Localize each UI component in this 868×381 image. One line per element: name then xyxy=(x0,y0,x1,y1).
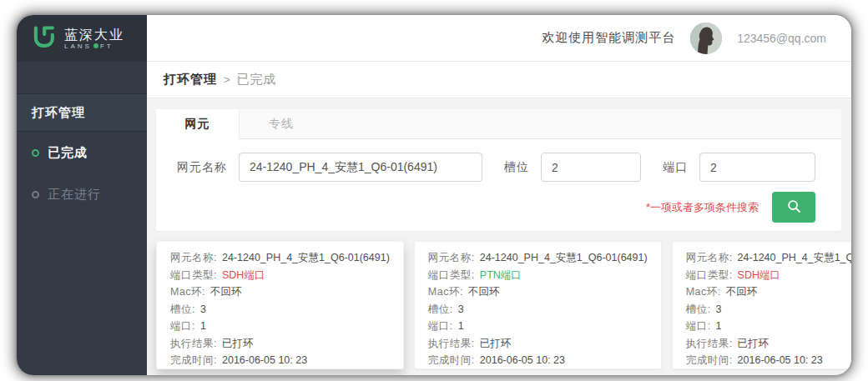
tab-bar: 网元 专线 xyxy=(156,109,841,139)
port-type-badge: SDH端口 xyxy=(738,269,780,281)
ne-name-label: 网元名称 xyxy=(177,160,227,175)
port-type-badge: SDH端口 xyxy=(222,269,265,281)
lansoft-monogram-icon xyxy=(30,23,58,54)
card-field-label: 完成时间: xyxy=(686,354,733,366)
card-field-value: 3 xyxy=(200,303,206,315)
sidebar: 打环管理 已完成 正在进行 xyxy=(17,62,147,375)
card-field-value: 3 xyxy=(458,303,464,315)
card-field-value: 24-1240_PH_4_安慧1_Q6-01(6491) xyxy=(480,252,648,263)
main-area: 打环管理 > 已完成 网元 专线 网元名称 xyxy=(147,62,851,375)
welcome-text: 欢迎使用智能调测平台 xyxy=(542,30,675,46)
card-field-value: 已打环 xyxy=(738,338,770,349)
logo-dot-icon xyxy=(93,43,98,48)
sidebar-item-in-progress[interactable]: 正在进行 xyxy=(17,173,147,215)
status-ring-icon xyxy=(32,149,39,157)
port-type-badge: PTN端口 xyxy=(480,269,522,281)
user-avatar[interactable] xyxy=(690,23,722,54)
search-hint-text: *一项或者多项条件搜索 xyxy=(646,200,759,215)
search-button[interactable] xyxy=(772,192,815,223)
result-card: 网元名称:24-1240_PH_4_安慧1_Q6-01(6491) 端口类型:S… xyxy=(156,241,404,369)
breadcrumb-separator: > xyxy=(224,73,230,86)
sidebar-item-label: 已完成 xyxy=(48,145,88,161)
card-field-label: 槽位: xyxy=(428,303,453,315)
top-header: 欢迎使用智能调测平台 123456@qq.com xyxy=(147,15,851,62)
card-field-value: 不回环 xyxy=(468,286,500,298)
card-field-label: 完成时间: xyxy=(428,354,475,366)
tab-label: 网元 xyxy=(185,117,210,132)
card-field-label: 执行结果: xyxy=(686,338,733,349)
card-field-label: 端口类型: xyxy=(428,269,475,281)
card-field-value: 2016-06-05 10: 23 xyxy=(222,354,307,366)
result-card: 网元名称:24-1240_PH_4_安慧1_Q6-01(6491) 端口类型:P… xyxy=(414,241,662,369)
card-field-value: 不回环 xyxy=(210,286,242,298)
card-field-label: 网元名称: xyxy=(428,252,475,263)
card-field-label: Mac环: xyxy=(170,286,205,298)
tab-network-element[interactable]: 网元 xyxy=(156,109,240,139)
card-field-label: 执行结果: xyxy=(170,338,217,349)
brand-logo[interactable]: 蓝深大业 LANSFT xyxy=(17,15,147,62)
card-field-value: 1 xyxy=(200,320,206,332)
card-field-value: 已打环 xyxy=(480,338,512,349)
card-field-value: 24-1240_PH_4_安慧1_Q6-01(6491) xyxy=(222,252,390,263)
search-form: 网元名称 槽位 端口 *一项或者多项条件搜索 xyxy=(156,139,841,231)
card-field-label: 端口: xyxy=(686,320,711,332)
sidebar-item-completed[interactable]: 已完成 xyxy=(17,132,147,173)
card-field-label: 端口: xyxy=(428,320,453,332)
breadcrumb: 打环管理 > 已完成 xyxy=(147,62,851,98)
card-field-value: 2016-06-05 10: 23 xyxy=(480,354,565,366)
card-field-value: 24-1240_PH_4_安慧1_Q6-01(6491) xyxy=(738,252,851,263)
status-ring-icon xyxy=(32,191,39,198)
card-field-label: 端口: xyxy=(170,320,195,332)
card-field-label: Mac环: xyxy=(428,286,463,298)
card-field-value: 2016-06-05 10: 23 xyxy=(738,354,823,366)
card-field-label: 槽位: xyxy=(170,303,195,315)
results-row: 网元名称:24-1240_PH_4_安慧1_Q6-01(6491) 端口类型:S… xyxy=(156,241,841,369)
card-field-label: Mac环: xyxy=(686,286,721,298)
slot-label: 槽位 xyxy=(504,160,529,175)
content-region: 网元 专线 网元名称 槽位 xyxy=(147,98,851,375)
breadcrumb-current: 已完成 xyxy=(237,72,277,88)
card-field-value: 3 xyxy=(716,303,722,315)
brand-name-en: LANSFT xyxy=(64,43,124,50)
card-field-value: 不回环 xyxy=(726,286,758,298)
brand-name-cn: 蓝深大业 xyxy=(64,28,124,43)
result-card: 网元名称:24-1240_PH_4_安慧1_Q6-01(6491) 端口类型:S… xyxy=(672,241,851,369)
port-input[interactable] xyxy=(699,153,815,182)
card-field-label: 端口类型: xyxy=(686,269,733,281)
card-field-value: 1 xyxy=(716,320,722,332)
tab-dedicated-line[interactable]: 专线 xyxy=(240,109,323,138)
card-field-label: 槽位: xyxy=(686,303,711,315)
card-field-value: 1 xyxy=(458,320,464,332)
card-field-value: 已打环 xyxy=(222,338,254,349)
card-field-label: 完成时间: xyxy=(170,354,217,366)
filter-panel: 网元 专线 网元名称 槽位 xyxy=(156,109,841,231)
port-label: 端口 xyxy=(663,160,688,175)
card-field-label: 网元名称: xyxy=(686,252,733,263)
tab-label: 专线 xyxy=(269,117,294,132)
ne-name-input[interactable] xyxy=(239,153,482,182)
sidebar-group-loop-management[interactable]: 打环管理 xyxy=(17,93,147,132)
card-field-label: 执行结果: xyxy=(428,338,475,349)
search-icon xyxy=(786,198,802,217)
sidebar-group-label: 打环管理 xyxy=(32,105,85,121)
breadcrumb-section[interactable]: 打环管理 xyxy=(164,72,217,88)
slot-input[interactable] xyxy=(541,153,641,182)
user-email: 123456@qq.com xyxy=(737,32,826,45)
card-field-label: 端口类型: xyxy=(170,269,217,281)
sidebar-item-label: 正在进行 xyxy=(48,187,101,203)
card-field-label: 网元名称: xyxy=(170,252,217,263)
app-window: 蓝深大业 LANSFT 欢迎使用智能调测平台 123456@qq.com 打环管… xyxy=(17,15,851,375)
